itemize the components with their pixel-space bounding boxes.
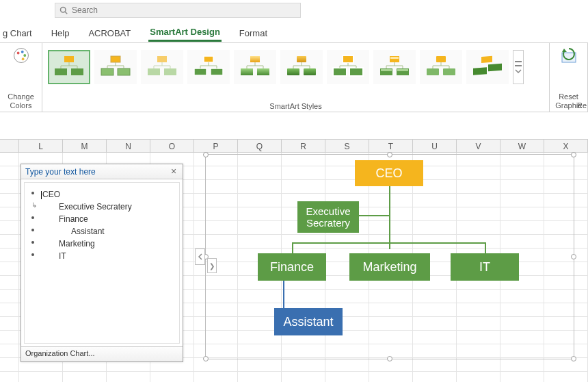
svg-rect-40 — [257, 68, 269, 75]
style-thumb-3[interactable] — [141, 50, 183, 84]
change-colors-button[interactable]: Change Colors — [0, 43, 42, 112]
styles-more-button[interactable] — [513, 50, 524, 84]
palette-icon — [12, 46, 31, 65]
column-header[interactable]: N — [107, 140, 150, 152]
text-pane[interactable]: Type your text here × CEOExecutive Secra… — [21, 164, 183, 362]
style-thumb-10[interactable] — [466, 50, 509, 84]
svg-rect-53 — [333, 68, 347, 76]
text-pane-item[interactable]: Marketing — [31, 238, 172, 250]
svg-rect-64 — [397, 69, 408, 71]
svg-point-6 — [21, 58, 24, 60]
column-header[interactable]: X — [544, 140, 588, 152]
close-icon[interactable]: × — [169, 167, 178, 177]
tab-format[interactable]: Format — [238, 25, 269, 41]
resize-handle[interactable] — [571, 254, 576, 259]
style-thumb-5[interactable] — [234, 50, 276, 84]
resize-handle[interactable] — [387, 356, 392, 361]
svg-point-3 — [16, 52, 19, 55]
reset-icon — [558, 46, 580, 68]
text-pane-footer[interactable]: Organization Chart... — [21, 346, 183, 361]
style-thumb-9[interactable] — [420, 50, 462, 84]
svg-rect-47 — [304, 68, 316, 75]
styles-group-label: SmartArt Styles — [48, 102, 544, 110]
text-pane-item[interactable]: IT — [31, 250, 172, 262]
text-pane-item[interactable]: Finance — [31, 213, 172, 225]
svg-rect-9 — [71, 68, 83, 75]
column-header[interactable]: O — [150, 140, 194, 152]
style-thumb-2[interactable] — [94, 50, 137, 84]
svg-rect-70 — [427, 68, 439, 75]
column-header[interactable]: S — [325, 140, 369, 152]
resize-handle[interactable] — [203, 356, 209, 361]
org-node-exec[interactable]: Executive Secratery — [297, 201, 359, 233]
text-pane-toggle[interactable] — [195, 249, 205, 265]
resize-handle[interactable] — [387, 152, 392, 157]
style-thumb-6[interactable] — [280, 50, 323, 84]
column-header[interactable]: W — [500, 140, 544, 152]
svg-rect-76 — [481, 56, 492, 63]
search-bar[interactable] — [55, 3, 301, 18]
text-pane-header[interactable]: Type your text here × — [21, 164, 183, 179]
pane-expand-button[interactable]: ❯ — [207, 258, 217, 273]
svg-rect-21 — [157, 56, 167, 62]
style-thumb-7[interactable] — [327, 50, 369, 84]
svg-rect-71 — [443, 68, 455, 75]
svg-rect-30 — [211, 68, 223, 75]
svg-rect-23 — [164, 68, 176, 75]
column-header[interactable]: L — [19, 140, 63, 152]
column-header[interactable]: U — [413, 140, 457, 152]
org-node-it[interactable]: IT — [451, 253, 519, 281]
svg-rect-45 — [297, 56, 306, 62]
org-node-finance[interactable]: Finance — [258, 253, 326, 281]
svg-rect-54 — [349, 68, 363, 76]
style-thumb-4[interactable] — [187, 50, 230, 84]
resize-handle[interactable] — [571, 152, 576, 157]
change-colors-label: Change Colors — [8, 92, 34, 110]
column-header[interactable]: P — [194, 140, 238, 152]
column-header[interactable]: R — [282, 140, 325, 152]
svg-rect-16 — [118, 68, 130, 75]
svg-rect-46 — [287, 68, 299, 75]
style-thumb-8[interactable] — [373, 50, 416, 84]
tab-help[interactable]: Help — [50, 25, 71, 41]
svg-point-0 — [61, 8, 66, 13]
spreadsheet-area: LMNOPQRSTUVWX CEO Executive Secratery Fi… — [0, 113, 588, 382]
svg-rect-8 — [55, 68, 67, 75]
svg-rect-38 — [250, 56, 260, 62]
svg-point-5 — [23, 54, 26, 57]
svg-rect-28 — [204, 56, 213, 62]
org-node-ceo[interactable]: CEO — [355, 160, 423, 186]
column-header[interactable]: T — [369, 140, 413, 152]
text-pane-item[interactable]: CEO — [31, 188, 172, 201]
resize-handle[interactable] — [571, 356, 576, 361]
reset-section-cut: Re — [577, 101, 587, 110]
svg-rect-29 — [194, 68, 206, 75]
style-thumb-1[interactable] — [48, 50, 90, 84]
smartart-container[interactable]: CEO Executive Secratery Finance Marketin… — [205, 154, 574, 359]
org-node-assistant[interactable]: Assistant — [274, 308, 343, 335]
svg-point-2 — [14, 49, 28, 63]
column-header[interactable]: M — [63, 140, 107, 152]
text-pane-item[interactable]: Assistant — [31, 225, 172, 238]
tab-smartart-design[interactable]: SmartArt Design — [148, 24, 222, 42]
smartart-styles-group: SmartArt Styles — [42, 43, 550, 112]
tab-chart[interactable]: g Chart — [0, 25, 34, 41]
text-pane-body[interactable]: CEOExecutive SecrateryFinanceAssistantMa… — [24, 182, 180, 344]
svg-rect-78 — [488, 64, 502, 71]
resize-handle[interactable] — [203, 152, 209, 157]
ribbon-tabs: g Chart Help ACROBAT SmartArt Design For… — [0, 23, 588, 42]
org-node-marketing[interactable]: Marketing — [349, 253, 430, 281]
svg-rect-77 — [473, 67, 487, 75]
text-pane-title: Type your text here — [25, 167, 96, 177]
column-header[interactable]: V — [457, 140, 500, 152]
svg-rect-15 — [101, 68, 113, 75]
column-header[interactable]: Q — [238, 140, 282, 152]
svg-line-1 — [65, 12, 67, 14]
tab-acrobat[interactable]: ACROBAT — [87, 25, 132, 41]
svg-marker-80 — [562, 49, 567, 52]
search-icon — [59, 6, 68, 14]
column-headers: LMNOPQRSTUVWX — [0, 139, 588, 153]
text-pane-item[interactable]: Executive Secratery — [31, 201, 172, 213]
ribbon: Change Colors SmartArt Styles Reset — [0, 43, 588, 112]
search-input[interactable] — [72, 5, 296, 15]
